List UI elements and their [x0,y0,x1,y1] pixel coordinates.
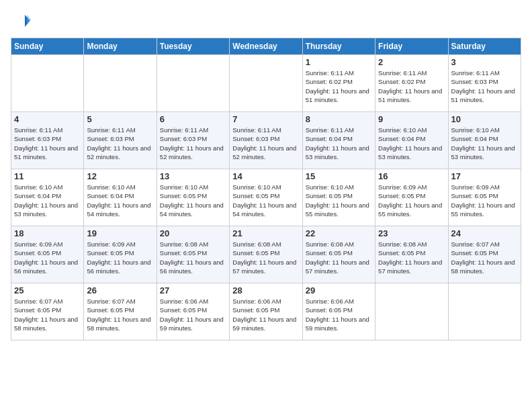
day-info: Sunrise: 6:07 AM Sunset: 6:05 PM Dayligh… [14,297,81,332]
day-info: Sunrise: 6:10 AM Sunset: 6:05 PM Dayligh… [306,183,372,218]
page-header [11,11,521,31]
day-number: 15 [306,171,372,181]
calendar-cell: 2Sunrise: 6:11 AM Sunset: 6:02 PM Daylig… [375,55,448,112]
weekday-header-tuesday: Tuesday [157,38,229,55]
calendar-cell: 19Sunrise: 6:09 AM Sunset: 6:05 PM Dayli… [84,226,157,283]
day-info: Sunrise: 6:11 AM Sunset: 6:02 PM Dayligh… [306,68,372,104]
day-number: 1 [306,57,372,67]
weekday-header-saturday: Saturday [448,38,521,55]
weekday-header-sunday: Sunday [11,38,84,55]
calendar-cell: 9Sunrise: 6:10 AM Sunset: 6:04 PM Daylig… [375,112,448,169]
calendar-cell: 20Sunrise: 6:08 AM Sunset: 6:05 PM Dayli… [157,226,229,283]
calendar-cell: 16Sunrise: 6:09 AM Sunset: 6:05 PM Dayli… [375,169,448,226]
calendar-cell: 21Sunrise: 6:08 AM Sunset: 6:05 PM Dayli… [230,226,302,283]
day-info: Sunrise: 6:11 AM Sunset: 6:03 PM Dayligh… [232,126,299,161]
day-info: Sunrise: 6:11 AM Sunset: 6:04 PM Dayligh… [306,126,372,161]
weekday-header-monday: Monday [84,38,157,55]
day-number: 17 [451,171,518,181]
day-number: 21 [232,228,299,238]
logo-icon [11,11,31,31]
day-info: Sunrise: 6:10 AM Sunset: 6:04 PM Dayligh… [87,183,153,218]
day-info: Sunrise: 6:11 AM Sunset: 6:03 PM Dayligh… [87,126,153,161]
day-info: Sunrise: 6:06 AM Sunset: 6:05 PM Dayligh… [306,297,372,332]
calendar-cell: 5Sunrise: 6:11 AM Sunset: 6:03 PM Daylig… [84,112,157,169]
weekday-header-row: SundayMondayTuesdayWednesdayThursdayFrid… [11,38,521,55]
calendar-cell: 6Sunrise: 6:11 AM Sunset: 6:03 PM Daylig… [157,112,229,169]
calendar-cell: 24Sunrise: 6:07 AM Sunset: 6:05 PM Dayli… [448,226,521,283]
calendar-header: SundayMondayTuesdayWednesdayThursdayFrid… [11,38,521,55]
day-info: Sunrise: 6:08 AM Sunset: 6:05 PM Dayligh… [232,240,299,275]
calendar-cell: 8Sunrise: 6:11 AM Sunset: 6:04 PM Daylig… [302,112,375,169]
day-number: 13 [160,171,226,181]
day-number: 16 [378,171,445,181]
svg-marker-1 [27,15,31,25]
day-number: 7 [232,114,299,124]
calendar-cell [11,55,84,112]
day-number: 19 [87,228,153,238]
calendar-body: 1Sunrise: 6:11 AM Sunset: 6:02 PM Daylig… [11,55,521,340]
calendar-cell [448,283,521,340]
day-info: Sunrise: 6:11 AM Sunset: 6:02 PM Dayligh… [378,68,445,104]
day-info: Sunrise: 6:09 AM Sunset: 6:05 PM Dayligh… [14,240,81,275]
day-info: Sunrise: 6:07 AM Sunset: 6:05 PM Dayligh… [87,297,153,332]
calendar-cell: 14Sunrise: 6:10 AM Sunset: 6:05 PM Dayli… [230,169,302,226]
logo [11,11,34,31]
weekday-header-thursday: Thursday [302,38,375,55]
day-number: 4 [14,114,81,124]
calendar-cell: 18Sunrise: 6:09 AM Sunset: 6:05 PM Dayli… [11,226,84,283]
day-info: Sunrise: 6:07 AM Sunset: 6:05 PM Dayligh… [451,240,518,275]
day-number: 14 [232,171,299,181]
day-number: 3 [451,57,518,67]
day-info: Sunrise: 6:11 AM Sunset: 6:03 PM Dayligh… [451,68,518,104]
day-number: 8 [306,114,372,124]
day-info: Sunrise: 6:10 AM Sunset: 6:05 PM Dayligh… [160,183,226,218]
day-info: Sunrise: 6:11 AM Sunset: 6:03 PM Dayligh… [14,126,81,161]
day-info: Sunrise: 6:10 AM Sunset: 6:04 PM Dayligh… [451,126,518,161]
day-number: 28 [232,285,299,295]
day-number: 6 [160,114,226,124]
calendar-cell: 4Sunrise: 6:11 AM Sunset: 6:03 PM Daylig… [11,112,84,169]
calendar-cell [375,283,448,340]
calendar-week-row: 4Sunrise: 6:11 AM Sunset: 6:03 PM Daylig… [11,112,521,169]
day-info: Sunrise: 6:09 AM Sunset: 6:05 PM Dayligh… [451,183,518,218]
calendar-week-row: 18Sunrise: 6:09 AM Sunset: 6:05 PM Dayli… [11,226,521,283]
day-number: 10 [451,114,518,124]
calendar-cell: 23Sunrise: 6:08 AM Sunset: 6:05 PM Dayli… [375,226,448,283]
calendar-cell: 12Sunrise: 6:10 AM Sunset: 6:04 PM Dayli… [84,169,157,226]
calendar-cell: 22Sunrise: 6:08 AM Sunset: 6:05 PM Dayli… [302,226,375,283]
calendar-cell: 11Sunrise: 6:10 AM Sunset: 6:04 PM Dayli… [11,169,84,226]
calendar-cell: 13Sunrise: 6:10 AM Sunset: 6:05 PM Dayli… [157,169,229,226]
calendar-cell: 17Sunrise: 6:09 AM Sunset: 6:05 PM Dayli… [448,169,521,226]
calendar-cell [84,55,157,112]
day-number: 12 [87,171,153,181]
calendar-week-row: 11Sunrise: 6:10 AM Sunset: 6:04 PM Dayli… [11,169,521,226]
calendar-cell [230,55,302,112]
day-info: Sunrise: 6:09 AM Sunset: 6:05 PM Dayligh… [378,183,445,218]
calendar-cell: 27Sunrise: 6:06 AM Sunset: 6:05 PM Dayli… [157,283,229,340]
day-info: Sunrise: 6:09 AM Sunset: 6:05 PM Dayligh… [87,240,153,275]
weekday-header-friday: Friday [375,38,448,55]
day-info: Sunrise: 6:06 AM Sunset: 6:05 PM Dayligh… [232,297,299,332]
calendar-cell: 28Sunrise: 6:06 AM Sunset: 6:05 PM Dayli… [230,283,302,340]
day-number: 23 [378,228,445,238]
day-number: 11 [14,171,81,181]
day-number: 26 [87,285,153,295]
day-number: 2 [378,57,445,67]
calendar-cell: 26Sunrise: 6:07 AM Sunset: 6:05 PM Dayli… [84,283,157,340]
day-number: 24 [451,228,518,238]
day-number: 18 [14,228,81,238]
day-info: Sunrise: 6:08 AM Sunset: 6:05 PM Dayligh… [306,240,372,275]
day-info: Sunrise: 6:08 AM Sunset: 6:05 PM Dayligh… [160,240,226,275]
day-info: Sunrise: 6:08 AM Sunset: 6:05 PM Dayligh… [378,240,445,275]
calendar-cell [157,55,229,112]
calendar-week-row: 25Sunrise: 6:07 AM Sunset: 6:05 PM Dayli… [11,283,521,340]
day-number: 25 [14,285,81,295]
calendar-week-row: 1Sunrise: 6:11 AM Sunset: 6:02 PM Daylig… [11,55,521,112]
day-number: 20 [160,228,226,238]
day-info: Sunrise: 6:11 AM Sunset: 6:03 PM Dayligh… [160,126,226,161]
calendar-cell: 1Sunrise: 6:11 AM Sunset: 6:02 PM Daylig… [302,55,375,112]
calendar-cell: 25Sunrise: 6:07 AM Sunset: 6:05 PM Dayli… [11,283,84,340]
day-info: Sunrise: 6:10 AM Sunset: 6:04 PM Dayligh… [378,126,445,161]
day-info: Sunrise: 6:10 AM Sunset: 6:04 PM Dayligh… [14,183,81,218]
day-number: 29 [306,285,372,295]
